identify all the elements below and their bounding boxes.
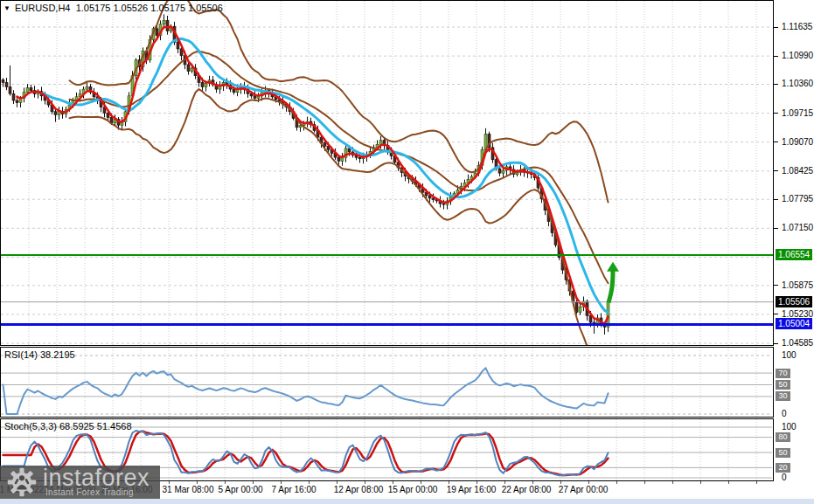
candle-body: [156, 29, 158, 36]
price-tick-label: 1.04585: [782, 338, 813, 348]
panel-border: [1, 348, 774, 418]
price-panel: ▼EURUSD,H4 1.05175 1.05526 1.05175 1.055…: [0, 0, 774, 346]
candle-body: [358, 157, 361, 159]
rsi-level-badge: 30: [776, 391, 790, 401]
candle-body: [26, 88, 29, 93]
time-tick-mark: [281, 481, 282, 484]
stoch-level-badge: 50: [776, 448, 790, 458]
candle-body: [502, 170, 504, 173]
candle-body: [498, 169, 501, 173]
time-tick-mark: [700, 481, 701, 484]
candle-body: [5, 82, 8, 86]
time-tick-mark: [253, 481, 254, 484]
time-tick-mark: [756, 481, 757, 484]
candle-body: [16, 100, 18, 103]
candle-body: [163, 21, 165, 24]
time-axis-label: 31 Mar 08:00: [163, 485, 214, 494]
time-tick-mark: [588, 481, 589, 484]
candle-body: [337, 157, 340, 161]
stoch-level-badge: 20: [776, 463, 790, 473]
rsi-canvas[interactable]: [0, 347, 774, 418]
candle-body: [442, 204, 445, 204]
time-tick-mark: [477, 481, 477, 484]
time-tick-mark: [197, 481, 198, 484]
candle-body: [201, 82, 204, 86]
price-chart-canvas[interactable]: [0, 0, 774, 346]
time-tick-mark: [728, 481, 729, 484]
instaforex-watermark: instaforex Instant Forex Trading: [0, 466, 160, 499]
candle-body: [187, 65, 190, 72]
time-axis-label: 15 Apr 00:00: [388, 485, 438, 494]
rsi-level-badge: 50: [776, 380, 790, 390]
rsi-axis-label: 0: [782, 409, 787, 418]
rsi-label: RSI(14) 38.2195: [4, 349, 75, 360]
time-axis-label: 7 Apr 16:00: [271, 485, 316, 494]
candle-body: [205, 83, 207, 86]
price-tick-label: 1.05875: [782, 280, 813, 290]
candle-body: [191, 68, 193, 72]
candle-body: [54, 112, 57, 115]
price-tick-label: 1.08425: [782, 166, 813, 176]
candle-body: [233, 89, 235, 93]
up-arrow-annotation[interactable]: [607, 262, 619, 303]
price-tick-label: 1.09715: [782, 108, 813, 118]
time-tick-mark: [532, 481, 533, 484]
candle-body: [9, 87, 11, 94]
price-tick-label: 1.11635: [782, 22, 812, 31]
price-axis[interactable]: 1.116351.109901.103601.097151.090701.084…: [774, 0, 814, 481]
time-axis-label: 22 Apr 08:00: [502, 485, 552, 494]
time-axis-label: 19 Apr 16:00: [447, 485, 497, 494]
candle-body: [12, 93, 15, 100]
rsi-panel: RSI(14) 38.2195: [0, 347, 774, 418]
candle-body: [254, 96, 256, 99]
rsi-line: [3, 368, 609, 414]
time-tick-mark: [337, 481, 337, 484]
price-tick-label: 1.05230: [782, 309, 813, 319]
candle-body: [86, 87, 88, 90]
candle-body: [379, 141, 382, 145]
time-tick-mark: [504, 481, 505, 484]
instaforex-gear-icon: [4, 467, 39, 497]
price-tick-dash: [774, 285, 778, 286]
time-tick-mark: [644, 481, 645, 484]
price-tick-label: 1.07795: [782, 194, 813, 204]
time-tick-mark: [169, 481, 170, 484]
candle-body: [177, 42, 179, 49]
stoch-level-badge: 80: [776, 432, 790, 442]
price-tick-dash: [774, 199, 778, 200]
bottom-strip: [0, 499, 814, 504]
price-tick-label: 1.09070: [782, 137, 813, 147]
time-axis-label: 27 Apr 00:00: [559, 485, 609, 494]
time-tick-mark: [672, 481, 673, 484]
time-tick-mark: [449, 481, 449, 484]
price-tick-dash: [774, 113, 778, 114]
price-tick-label: 1.10990: [782, 51, 813, 60]
rsi-axis-label: 100: [782, 350, 797, 360]
time-tick-mark: [309, 481, 310, 484]
symbol-timeframe-label: EURUSD,H4: [15, 3, 71, 13]
candle-body: [579, 307, 581, 312]
time-tick-mark: [421, 481, 421, 484]
stoch-axis-label: 100: [782, 422, 797, 432]
price-tick-dash: [774, 84, 778, 85]
time-axis-label: 12 Apr 08:00: [334, 485, 384, 494]
time-tick-mark: [393, 481, 393, 484]
rsi-level-badge: 70: [776, 369, 790, 378]
time-tick-mark: [560, 481, 561, 484]
price-tick-dash: [774, 27, 778, 28]
time-tick-mark: [225, 481, 226, 484]
time-tick-mark: [616, 481, 617, 484]
candlestick-series: [2, 14, 609, 335]
support-price-badge: 1.05004: [776, 318, 812, 329]
symbol-dropdown-icon[interactable]: ▼: [3, 4, 10, 12]
symbol-ohlc-label: ▼EURUSD,H4 1.05175 1.05526 1.05175 1.055…: [3, 3, 223, 13]
instaforex-tagline: Instant Forex Trading: [45, 487, 134, 497]
price-tick-dash: [774, 170, 778, 171]
time-axis-label: 5 Apr 00:00: [218, 485, 262, 494]
candle-body: [2, 79, 4, 82]
ohlc-values-label: 1.05175 1.05526 1.05175 1.05506: [76, 3, 223, 13]
candle-body: [324, 143, 326, 147]
price-tick-label: 1.07150: [782, 223, 813, 232]
time-tick-mark: [365, 481, 365, 484]
price-tick-dash: [774, 343, 778, 344]
